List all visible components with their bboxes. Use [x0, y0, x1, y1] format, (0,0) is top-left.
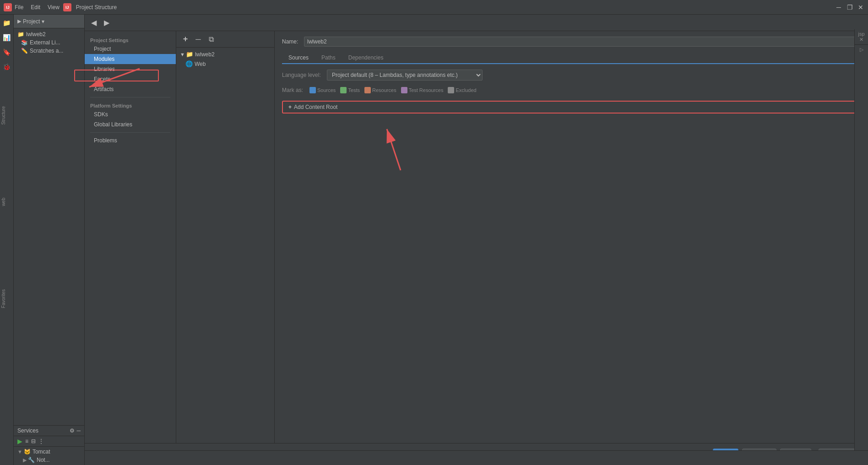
nav-problems[interactable]: Problems [85, 135, 176, 146]
title-bar: IJ File Edit View IJ Project Structure ─… [0, 0, 868, 15]
tree-item-scratches[interactable]: ✏️ Scratches a... [14, 47, 84, 55]
jsp-close-icon[interactable]: ✕ [859, 37, 863, 42]
nav-forward-button[interactable]: ▶ [101, 17, 112, 28]
tree-item-external-libs[interactable]: 📚 External Li... [14, 38, 84, 47]
mark-test-resources[interactable]: Test Resources [401, 87, 444, 93]
tab-sources[interactable]: Sources [282, 52, 315, 64]
services-section: Services ⚙ ─ ▶ ≡ ⊟ ⋮ ▼ 🐱 Tomcat ▶ [14, 425, 84, 465]
app-logo: IJ [4, 3, 12, 11]
left-nav: Project Settings Project Modules Librari… [85, 31, 176, 443]
services-tomcat-item[interactable]: ▼ 🐱 Tomcat [14, 448, 84, 456]
module-add-button[interactable]: + [180, 34, 191, 45]
nav-project[interactable]: Project [85, 44, 176, 54]
services-header[interactable]: Services ⚙ ─ [14, 426, 84, 436]
project-panel-header[interactable]: ▶ Project ▾ [14, 15, 84, 28]
nav-back-button[interactable]: ◀ [88, 17, 99, 28]
tabs-row: Sources Paths Dependencies [282, 52, 861, 64]
window-controls[interactable]: ─ ❐ ✕ [835, 4, 864, 11]
module-item-web[interactable]: 🌐 Web [176, 59, 274, 69]
project-header-label: Project ▾ [23, 18, 44, 25]
nav-libraries[interactable]: Libraries [85, 64, 176, 74]
nav-artifacts[interactable]: Artifacts [85, 84, 176, 94]
name-row: Name: [282, 37, 861, 47]
mark-excluded[interactable]: Excluded [448, 87, 476, 93]
web-label[interactable]: web [1, 198, 6, 206]
tab-dependencies[interactable]: Dependencies [342, 52, 390, 64]
far-right-expand-icon[interactable]: ▷ [855, 45, 868, 54]
far-right-tabs: jsp ✕ ▷ [854, 29, 868, 450]
nav-global-libraries[interactable]: Global Libraries [85, 119, 176, 130]
tests-color-icon [340, 87, 347, 93]
mark-sources[interactable]: Sources [309, 87, 336, 93]
name-input[interactable] [304, 37, 861, 47]
mark-tests[interactable]: Tests [340, 87, 360, 93]
menu-file[interactable]: File [15, 4, 23, 11]
svg-line-1 [387, 129, 401, 170]
module-tree-toolbar: + ─ ⧉ [176, 31, 274, 48]
mark-resources[interactable]: Resources [364, 87, 396, 93]
tab-paths[interactable]: Paths [315, 52, 342, 64]
dialog-logo: IJ [63, 3, 71, 11]
lang-label: Language level: [282, 72, 323, 78]
arrow-annotation-1 [373, 120, 428, 175]
module-tree-panel: + ─ ⧉ ▼ 📁 lwlweb2 🌐 Web [176, 31, 275, 443]
dialog-toolbar: ◀ ▶ [85, 15, 868, 31]
tomcat-icon: 🐱 [24, 449, 31, 455]
add-content-root-label: Add Content Root [294, 104, 337, 110]
nav-sep [90, 97, 170, 97]
menu-bar[interactable]: File Edit View [15, 4, 60, 11]
window-minimize[interactable]: ─ [835, 4, 842, 11]
excluded-color-icon [448, 87, 454, 93]
mark-row: Mark as: Sources Tests Resources [282, 87, 861, 93]
menu-view[interactable]: View [48, 4, 60, 11]
project-panel: ▶ Project ▾ 📁 lwlweb2 📚 External Li... ✏… [14, 15, 85, 465]
nav-facets[interactable]: Facets [85, 74, 176, 84]
project-caret-icon: ▶ [17, 18, 21, 24]
sidebar-project-icon[interactable]: 📁 [0, 16, 13, 29]
services-tomcat-child[interactable]: ▶ 🔧 Not... [14, 456, 84, 464]
window-close[interactable]: ✕ [857, 4, 864, 11]
tree-item-lwlweb2[interactable]: 📁 lwlweb2 [14, 30, 84, 38]
services-align-icon[interactable]: ≡ [25, 438, 28, 444]
services-settings-icon[interactable]: ⚙ [70, 427, 75, 434]
wrench-icon: 🔧 [28, 457, 35, 463]
plus-icon: + [288, 104, 292, 110]
module-web-icon: 🌐 [185, 60, 193, 67]
tomcat-child-caret-icon: ▶ [23, 457, 27, 463]
structure-label[interactable]: Structure [1, 106, 6, 125]
menu-edit[interactable]: Edit [31, 4, 40, 11]
module-copy-button[interactable]: ⧉ [206, 34, 217, 45]
services-minus-icon[interactable]: ─ [76, 427, 81, 434]
project-tree: 📁 lwlweb2 📚 External Li... ✏️ Scratches … [14, 28, 84, 425]
bottom-bar: ▶ ⊙ 6: TODO ? [0, 450, 868, 465]
module-remove-button[interactable]: ─ [193, 34, 204, 45]
dialog-title: Project Structure [76, 4, 117, 11]
services-label: Services [17, 427, 38, 434]
services-play-icon[interactable]: ▶ [17, 438, 22, 445]
module-folder-icon: 📁 [186, 51, 193, 58]
project-settings-label: Project Settings [85, 35, 176, 44]
services-more-icon[interactable]: ⋮ [38, 438, 44, 444]
scratches-icon: ✏️ [21, 48, 28, 54]
sidebar-structure-icon[interactable]: 📊 [0, 31, 13, 44]
sidebar-bookmarks-icon[interactable]: 🔖 [0, 46, 13, 59]
platform-settings-label: Platform Settings [85, 100, 176, 109]
nav-sdks[interactable]: SDKs [85, 109, 176, 119]
lang-row: Language level: Project default (8 – Lam… [282, 70, 861, 81]
window-maximize[interactable]: ❐ [846, 4, 853, 11]
lang-select[interactable]: Project default (8 – Lambdas, type annot… [327, 70, 483, 81]
sidebar-debug-icon[interactable]: 🐞 [0, 60, 13, 73]
services-tree: ▼ 🐱 Tomcat ▶ 🔧 Not... [14, 447, 84, 465]
sources-color-icon [309, 87, 316, 93]
test-resources-color-icon [401, 87, 407, 93]
nav-modules[interactable]: Modules [85, 54, 176, 64]
services-filter-icon[interactable]: ⊟ [31, 438, 36, 444]
module-lwlweb2-caret: ▼ [180, 52, 185, 57]
favorites-label[interactable]: Favorites [1, 289, 6, 308]
module-item-lwlweb2[interactable]: ▼ 📁 lwlweb2 [176, 49, 274, 59]
add-content-root-button[interactable]: + Add Content Root [282, 101, 861, 114]
left-sidebar: 📁 📊 🔖 🐞 Structure web Favorites [0, 15, 14, 465]
services-toolbar: ▶ ≡ ⊟ ⋮ [14, 436, 84, 447]
name-label: Name: [282, 38, 300, 45]
far-right-tab-jsp[interactable]: jsp ✕ [855, 29, 868, 45]
